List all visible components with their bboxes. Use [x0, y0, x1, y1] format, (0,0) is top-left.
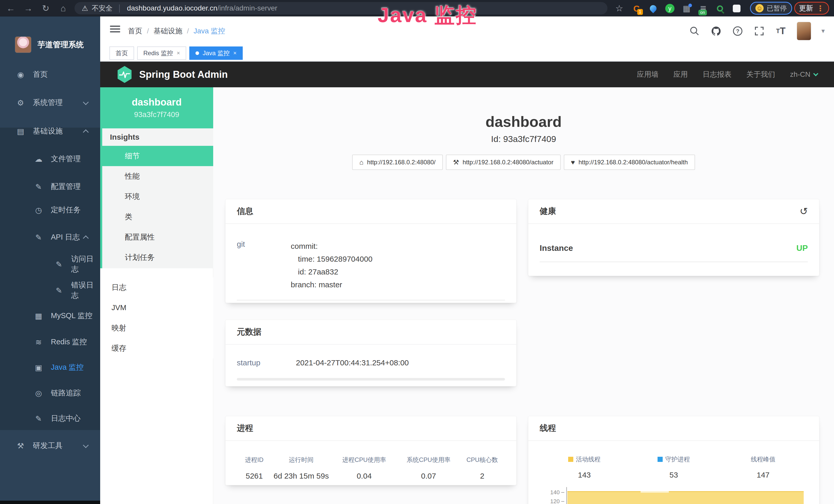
- tab-java-monitor[interactable]: Java 监控 ×: [189, 46, 243, 60]
- sidebar-item-scheduled-tasks[interactable]: ◷ 定时任务: [0, 200, 100, 220]
- svg-text:?: ?: [736, 28, 739, 35]
- process-col-value: 0.04: [331, 472, 398, 480]
- breadcrumb: 首页 / 基础设施 / Java 监控: [128, 17, 225, 45]
- breadcrumb-infrastructure[interactable]: 基础设施: [154, 26, 182, 36]
- sidebar-item-redis-monitor[interactable]: ≋ Redis 监控: [0, 332, 100, 352]
- extension-grid-icon[interactable]: ▦: [681, 3, 693, 15]
- legend-value: 147: [719, 471, 808, 479]
- instance-nav-environment[interactable]: 环境: [102, 186, 213, 207]
- instance-nav-caches[interactable]: 缓存: [100, 338, 213, 359]
- tab-home[interactable]: 首页: [109, 46, 134, 60]
- user-menu-caret-icon[interactable]: ▾: [821, 27, 825, 35]
- sba-nav-journal[interactable]: 日志报表: [703, 70, 731, 79]
- search-icon[interactable]: [689, 25, 700, 37]
- metadata-card-header: 元数据: [225, 320, 516, 345]
- tab-label: 首页: [115, 49, 128, 57]
- tab-label: Java 监控: [203, 49, 229, 57]
- sidebar-item-trace[interactable]: ◎ 链路追踪: [0, 383, 100, 403]
- update-label: 更新: [799, 4, 813, 13]
- edit-icon: ✎: [53, 286, 64, 295]
- sidebar-bottom-strip: [0, 501, 100, 504]
- admin-sidebar: 芋道管理系统 ◉ 首页 ⚙ 系统管理 ▤ 基础设施 ☁ 文件管理 ✎ 配置管理 …: [0, 17, 100, 504]
- instance-sidebar: dashboard 93a3fc7f7409 Insights 细节 性能 环境…: [100, 87, 213, 504]
- github-icon[interactable]: [710, 25, 722, 37]
- user-avatar[interactable]: [797, 22, 811, 40]
- instance-nav-metrics[interactable]: 性能: [102, 166, 213, 186]
- edit-icon: ✎: [33, 182, 44, 191]
- sidebar-item-home[interactable]: ◉ 首页: [0, 64, 100, 85]
- sidebar-item-log-center[interactable]: ✎ 日志中心: [0, 408, 100, 429]
- sidebar-item-error-logs[interactable]: ✎ 错误日志: [0, 280, 100, 301]
- sidebar-item-access-logs[interactable]: ✎ 访问日志: [0, 254, 100, 274]
- app-logo-row[interactable]: 芋道管理系统: [15, 37, 84, 53]
- service-url-button[interactable]: ⌂ http://192.168.0.2:48080/: [352, 155, 443, 170]
- sidebar-item-infrastructure[interactable]: ▤ 基础设施: [0, 121, 100, 141]
- recorder-paused-pill[interactable]: ☺ 已暂停: [750, 2, 792, 15]
- instance-nav-scheduled-tasks[interactable]: 计划任务: [102, 247, 213, 268]
- url-path: /infra/admin-server: [217, 4, 277, 12]
- extension-puzzle-icon[interactable]: [731, 3, 743, 15]
- breadcrumb-home[interactable]: 首页: [128, 26, 142, 36]
- legend-label: 线程峰值: [751, 455, 775, 463]
- process-col-header: 系统CPU使用率: [398, 456, 459, 464]
- tab-redis-monitor[interactable]: Redis 监控 ×: [137, 46, 186, 60]
- sidebar-item-config-management[interactable]: ✎ 配置管理: [0, 176, 100, 197]
- sba-nav-about[interactable]: 关于我们: [746, 70, 775, 79]
- browser-back-icon[interactable]: ←: [4, 0, 18, 17]
- extension-colorzilla-icon[interactable]: C 1: [631, 3, 642, 15]
- instance-nav-logs[interactable]: 日志: [100, 277, 213, 298]
- collapse-menu-icon[interactable]: [110, 26, 120, 34]
- browser-reload-icon[interactable]: ↻: [39, 0, 52, 17]
- font-size-icon[interactable]: TT: [775, 25, 787, 37]
- bookmark-star-icon[interactable]: ☆: [613, 0, 626, 17]
- address-bar[interactable]: ⚠ 不安全 │ dashboard.yudao.iocoder.cn/infra…: [74, 2, 608, 15]
- not-secure-warning-icon: ⚠: [82, 4, 88, 13]
- extension-pin-icon[interactable]: [647, 3, 659, 15]
- help-icon[interactable]: ?: [732, 25, 743, 37]
- sba-brand[interactable]: Spring Boot Admin: [117, 62, 228, 87]
- chrome-update-button[interactable]: 更新 ⋮: [794, 2, 829, 15]
- instance-nav-mappings[interactable]: 映射: [100, 318, 213, 338]
- instance-nav-details[interactable]: 细节: [100, 146, 213, 166]
- sba-nav-applications[interactable]: 应用: [674, 70, 688, 79]
- sba-nav-wallboard[interactable]: 应用墙: [637, 70, 659, 79]
- extension-green-circle-icon[interactable]: y: [664, 3, 676, 15]
- sidebar-item-java-monitor[interactable]: ▣ Java 监控: [0, 357, 100, 378]
- close-icon[interactable]: ×: [233, 50, 237, 56]
- sidebar-item-api-logs[interactable]: ✎ API 日志: [0, 227, 100, 248]
- wrench-icon: ⚒: [453, 158, 459, 166]
- actuator-url-button[interactable]: ⚒ http://192.168.0.2:48080/actuator: [446, 155, 561, 170]
- instance-header[interactable]: dashboard 93a3fc7f7409: [100, 87, 213, 129]
- sidebar-item-file-management[interactable]: ☁ 文件管理: [0, 148, 100, 169]
- y-tick-label: 140: [540, 489, 560, 496]
- instance-links: ⌂ http://192.168.0.2:48080/ ⚒ http://192…: [213, 155, 834, 170]
- browser-forward-icon[interactable]: →: [22, 0, 35, 17]
- history-icon[interactable]: ↺: [799, 206, 808, 217]
- sba-navbar: Spring Boot Admin 应用墙 应用 日志报表 关于我们 zh-CN: [100, 62, 834, 87]
- sidebar-item-dev-tools[interactable]: ⚒ 研发工具: [0, 435, 100, 456]
- monitor-icon: ▣: [33, 363, 44, 372]
- chevron-down-icon: [813, 71, 818, 76]
- instance-nav-config-props[interactable]: 配置属性: [102, 227, 213, 247]
- extension-leaf-search-icon[interactable]: [714, 3, 726, 15]
- browser-home-icon[interactable]: ⌂: [57, 0, 70, 17]
- legend-daemon-swatch: [658, 457, 663, 462]
- monitor-icon: ▤: [15, 127, 26, 136]
- sidebar-item-mysql-monitor[interactable]: ▦ MySQL 监控: [0, 305, 100, 326]
- process-col-value: 0.07: [398, 472, 459, 480]
- browser-menu-icon[interactable]: ⋮: [816, 4, 824, 13]
- instance-nav-classes[interactable]: 类: [102, 207, 213, 227]
- close-icon[interactable]: ×: [177, 50, 180, 56]
- screen: ← → ↻ ⌂ ⚠ 不安全 │ dashboard.yudao.iocoder.…: [0, 0, 834, 504]
- y-tick: [561, 501, 564, 502]
- health-instance-label[interactable]: Instance: [540, 244, 573, 253]
- sidebar-item-system-management[interactable]: ⚙ 系统管理: [0, 92, 100, 113]
- health-url-button[interactable]: ♥ http://192.168.0.2:48080/actuator/heal…: [564, 155, 695, 170]
- clock-icon: ◷: [33, 206, 44, 215]
- extension-list-on-icon[interactable]: ≣ on: [697, 3, 709, 15]
- sidebar-item-label: 日志中心: [51, 413, 81, 423]
- fullscreen-icon[interactable]: [753, 25, 765, 37]
- health-url: http://192.168.0.2:48080/actuator/health: [578, 159, 688, 166]
- instance-nav-jvm[interactable]: JVM: [100, 298, 213, 318]
- sba-locale-select[interactable]: zh-CN: [790, 70, 817, 78]
